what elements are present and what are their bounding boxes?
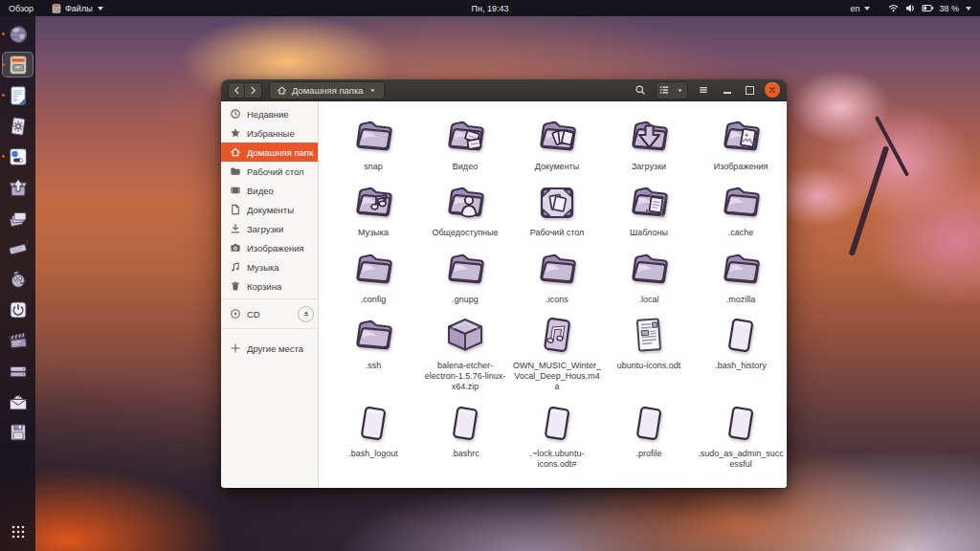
path-bar[interactable]: Домашняя папка — [269, 81, 385, 99]
recent-icon — [230, 108, 241, 120]
sidebar-item-cd[interactable]: CD — [221, 302, 318, 325]
chevron-down-icon — [864, 7, 870, 11]
file-item[interactable]: Загрузки — [603, 114, 695, 172]
view-options-button[interactable] — [672, 82, 687, 99]
keyboard-layout-indicator[interactable]: en — [841, 0, 879, 16]
view-toggle-button[interactable] — [657, 82, 672, 99]
folder-icon — [350, 247, 396, 293]
dock-item-files[interactable] — [2, 52, 33, 77]
current-folder-label: Домашняя папка — [292, 85, 364, 96]
search-icon — [635, 84, 646, 96]
video-mini-icon — [230, 185, 241, 196]
dock — [0, 16, 35, 551]
file-item[interactable]: Видео — [419, 114, 511, 172]
file-item[interactable]: snap — [327, 114, 419, 172]
sidebar-item[interactable]: Видео — [221, 181, 318, 200]
file-item[interactable]: Общедоступные — [419, 180, 511, 238]
file-item[interactable]: .~lock.ubuntu-icons.odt# — [511, 401, 603, 471]
papers-icon — [7, 207, 30, 230]
back-button[interactable] — [228, 82, 245, 99]
top-bar: Пн, 19:43 Обзор Файлы en 38 % — [0, 0, 980, 16]
file-item[interactable]: Изображения — [695, 114, 787, 172]
file-item[interactable]: Документы — [511, 114, 603, 172]
minimize-button[interactable] — [719, 82, 735, 99]
file-item[interactable]: ubuntu-icons.odt — [603, 313, 695, 371]
dock-item-keyboard-tool[interactable] — [2, 235, 33, 261]
dock-item-power-app[interactable] — [2, 297, 33, 322]
show-applications-button[interactable] — [2, 518, 33, 544]
file-item[interactable]: .mozilla — [695, 247, 787, 305]
file-item[interactable]: .bash_history — [695, 313, 787, 371]
dock-item-video-editor[interactable] — [2, 327, 33, 353]
dock-item-gimp[interactable] — [2, 266, 33, 292]
app-menu[interactable]: Файлы — [42, 0, 112, 16]
file-item[interactable]: .gnupg — [419, 247, 511, 305]
file-item[interactable]: .bash_logout — [327, 401, 419, 459]
boxarrow-icon — [7, 176, 30, 199]
file-item-label: .bashrc — [451, 449, 479, 459]
sidebar-item[interactable]: Изображения — [221, 238, 318, 257]
sidebar-item-other-places[interactable]: Другие места — [221, 339, 318, 358]
activities-button[interactable]: Обзор — [0, 0, 42, 16]
files-app-icon — [51, 3, 62, 14]
maximize-icon — [746, 86, 754, 95]
file-item[interactable]: .icons — [511, 247, 603, 305]
search-button[interactable] — [632, 82, 649, 99]
folder-mini-icon — [230, 165, 241, 177]
dock-item-writer[interactable] — [2, 82, 33, 108]
file-item[interactable]: .config — [327, 247, 419, 305]
sidebar-item-label: Видео — [247, 186, 274, 196]
sidebar-item[interactable]: Домашняя папка — [221, 143, 318, 162]
file-item[interactable]: .ssh — [327, 313, 419, 371]
file-item-label: .local — [638, 295, 658, 305]
menu-button[interactable] — [695, 82, 712, 99]
folder-icon — [442, 247, 488, 293]
forward-button[interactable] — [245, 82, 262, 99]
desktop-icon — [534, 180, 580, 226]
sidebar-item[interactable]: Загрузки — [221, 219, 318, 238]
file-item[interactable]: .profile — [603, 401, 695, 459]
file-item-label: snap — [364, 162, 383, 172]
file-item[interactable]: Рабочий стол — [511, 180, 603, 238]
file-item-label: balena-etcher-electron-1.5.76-linux-x64.… — [421, 361, 509, 393]
close-button[interactable] — [765, 82, 780, 98]
file-item[interactable]: .bashrc — [419, 401, 511, 459]
doc-mini-icon — [230, 204, 241, 215]
maximize-button[interactable] — [742, 82, 758, 99]
dock-item-software-install[interactable] — [2, 174, 33, 200]
file-item[interactable]: balena-etcher-electron-1.5.76-linux-x64.… — [419, 313, 511, 393]
file-item[interactable]: .local — [603, 247, 695, 305]
folder-documents-icon — [534, 114, 580, 160]
sidebar-item[interactable]: Документы — [221, 200, 318, 219]
file-item-label: .profile — [635, 449, 661, 459]
file-item-label: Документы — [535, 162, 579, 172]
system-status-area[interactable]: 38 % — [879, 0, 980, 16]
dock-item-hard-drive[interactable] — [2, 358, 33, 384]
zip-icon — [442, 313, 488, 359]
dock-item-document-viewer[interactable] — [2, 113, 33, 139]
folder-icon — [350, 114, 396, 160]
dock-item-documents-stack[interactable] — [2, 205, 33, 231]
dock-item-backup-floppy[interactable] — [2, 419, 33, 445]
textfile-icon — [350, 401, 396, 447]
file-item[interactable]: .cache — [695, 180, 787, 238]
folder-icon — [718, 180, 764, 226]
app-menu-label: Файлы — [65, 4, 93, 13]
file-item[interactable]: Музыка — [327, 180, 419, 238]
file-item[interactable]: OWN_MUSIC_Winter_Vocal_Deep_Hous.m4a — [511, 313, 603, 393]
home-icon — [230, 146, 241, 158]
file-browser-content[interactable]: snap Видео Документы Загрузки — [319, 101, 787, 488]
sidebar-item[interactable]: Рабочий стол — [221, 162, 318, 181]
sidebar-item[interactable]: Корзина — [221, 276, 318, 296]
file-item-label: .icons — [546, 295, 568, 305]
dock-item-browser[interactable] — [2, 21, 33, 47]
sidebar-item[interactable]: Музыка — [221, 257, 318, 276]
file-item-label: .sudo_as_admin_successful — [697, 449, 785, 471]
dock-item-mail[interactable] — [2, 388, 33, 414]
dock-item-settings[interactable] — [2, 143, 33, 169]
sidebar-item[interactable]: Избранные — [221, 123, 318, 143]
sidebar-item[interactable]: Недавние — [221, 104, 318, 123]
eject-button[interactable] — [298, 306, 314, 322]
file-item[interactable]: .sudo_as_admin_successful — [695, 401, 787, 471]
file-item[interactable]: Шаблоны — [603, 180, 695, 238]
